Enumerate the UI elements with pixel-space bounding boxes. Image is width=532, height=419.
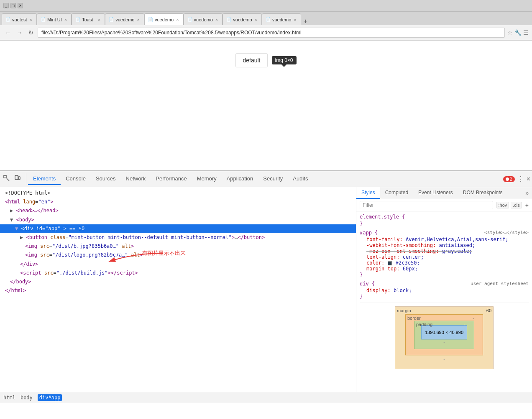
tab-icon: 📄 (266, 17, 271, 22)
tab-close-toast[interactable]: × (97, 17, 101, 22)
tab-icon: 📄 (148, 17, 153, 22)
window-controls: _ □ × (3, 3, 23, 8)
devtools-tab-memory[interactable]: Memory (192, 173, 222, 185)
tooltip-arrow (281, 64, 286, 67)
styles-tab-styles[interactable]: Styles (356, 187, 380, 199)
elements-panel[interactable]: <!DOCTYPE html> <html lang="en"> ▶ <head… (0, 187, 356, 392)
content-size: 1390.690 × 40.990 (425, 330, 463, 335)
filter-cls-button[interactable]: .cls (511, 202, 522, 208)
img-tooltip: img 0×0 (272, 56, 297, 64)
svg-rect-1 (15, 175, 18, 180)
tab-vuedemo1[interactable]: 📄 vuedemo × (105, 13, 144, 25)
styles-tab-event-listeners[interactable]: Event Listeners (413, 187, 458, 199)
breadcrumb-div-app[interactable]: div#app (38, 394, 62, 401)
address-input[interactable] (38, 28, 505, 38)
devtools-tab-sources[interactable]: Sources (91, 173, 121, 185)
device-toolbar-button[interactable] (13, 173, 23, 185)
menu-icon[interactable]: ☰ (523, 29, 529, 36)
tab-close-vuedemo1[interactable]: × (136, 17, 140, 22)
tab-label: vuedemo (155, 17, 174, 22)
devtools-tab-audits[interactable]: Audits (288, 173, 313, 185)
margin-box: margin 60 border - padding - (395, 306, 494, 369)
devtools-more-button[interactable]: ⋮ (517, 175, 524, 183)
padding-val: - (464, 322, 466, 327)
forward-button[interactable]: → (15, 28, 24, 37)
breadcrumb-html[interactable]: html (3, 395, 15, 401)
style-prop-moz-smoothing: -moz-osx-font-smoothing: grayscale; (360, 248, 529, 254)
devtools-tab-network[interactable]: Network (121, 173, 151, 185)
styles-panel: Styles Computed Event Listeners DOM Brea… (356, 187, 532, 392)
browser-chrome: _ □ × 📄 vuetest × 📄 Mint UI × 📄 Toast × … (0, 0, 532, 41)
html-img2-line: <img src="/dist/logo.png?82b9c7a…" alt> (0, 251, 356, 260)
style-prop-color: color: #2c3e50; (360, 260, 529, 266)
svg-rect-2 (18, 177, 20, 180)
devtools-panel: Elements Console Sources Network Perform… (0, 170, 532, 403)
style-rule-header: #app { <style>…</style> (360, 230, 529, 236)
styles-tab-computed[interactable]: Computed (380, 187, 413, 199)
content-box: 1390.690 × 40.990 (421, 325, 467, 339)
tab-close-vuedemo5[interactable]: × (293, 17, 297, 22)
page-button-area: default img 0×0 (235, 53, 296, 67)
devtools-tab-console[interactable]: Console (61, 173, 91, 185)
tab-vuedemo3[interactable]: 📄 vuedemo × (184, 13, 223, 25)
tab-vuetest[interactable]: 📄 vuetest × (2, 13, 37, 25)
tab-mintui[interactable]: 📄 Mint UI × (37, 13, 72, 25)
default-button[interactable]: default (235, 53, 267, 67)
tab-close-vuedemo3[interactable]: × (215, 17, 219, 22)
tab-icon: 📄 (187, 17, 192, 22)
style-rule-div: div { user agent stylesheet display: blo… (360, 281, 529, 299)
new-tab-button[interactable]: + (301, 18, 310, 25)
tab-close-vuedemo4[interactable]: × (254, 17, 258, 22)
tab-close-mintui[interactable]: × (64, 17, 68, 22)
style-selector: element.style { (360, 214, 529, 220)
filter-hov-button[interactable]: :hov (496, 202, 509, 208)
devtools-breadcrumb: html body div#app (0, 392, 532, 403)
devtools-tabs: Elements Console Sources Network Perform… (28, 173, 500, 185)
svg-rect-0 (4, 175, 6, 178)
styles-tab-more[interactable]: » (522, 187, 532, 199)
back-button[interactable]: ← (3, 28, 13, 37)
star-icon[interactable]: ☆ (507, 29, 513, 36)
tab-vuedemo4[interactable]: 📄 vuedemo × (223, 13, 262, 25)
breadcrumb-body[interactable]: body (20, 395, 33, 401)
restore-button[interactable]: □ (10, 3, 16, 8)
devtools-tab-security[interactable]: Security (258, 173, 288, 185)
html-div-close-line: </div> (0, 260, 356, 269)
html-div-app-line[interactable]: ▼ <div id="app" > == $0 (0, 224, 356, 233)
border-box: border - padding - 1390.690 × 40.990 (405, 314, 483, 355)
minimize-button[interactable]: _ (3, 3, 9, 8)
devtools-toolbar: Elements Console Sources Network Perform… (0, 171, 532, 187)
filter-buttons: :hov .cls (496, 202, 522, 208)
style-close-brace-app: } (360, 272, 529, 278)
html-script-line: <script src="./dist/build.js"></script> (0, 269, 356, 278)
tab-label: vuedemo (115, 17, 134, 22)
styles-tab-dom-breakpoints[interactable]: DOM Breakpoints (458, 187, 508, 199)
title-bar: _ □ × (0, 0, 532, 12)
tab-icon: 📄 (75, 17, 80, 22)
tab-close-vuetest[interactable]: × (28, 17, 33, 22)
filter-plus-button[interactable]: + (525, 202, 529, 208)
tab-close-vuedemo2[interactable]: × (175, 17, 179, 22)
extensions-icon[interactable]: 🔧 (514, 29, 522, 36)
img-tooltip-container: img 0×0 (272, 56, 297, 64)
tab-toast[interactable]: 📄 Toast × (72, 13, 105, 25)
inspect-element-button[interactable] (2, 173, 12, 185)
filter-input[interactable] (360, 201, 493, 209)
devtools-tab-performance[interactable]: Performance (151, 173, 192, 185)
html-root-line: <html lang="en"> (0, 198, 356, 206)
tab-vuedemo2[interactable]: 📄 vuedemo × (144, 13, 184, 25)
close-button[interactable]: × (18, 3, 23, 8)
box-model-section: margin 60 border - padding - (360, 303, 529, 373)
padding-bottom-val: - (421, 339, 467, 344)
box-model-container: margin 60 border - padding - (363, 306, 525, 369)
style-selector-div: div { (360, 281, 375, 287)
tab-vuedemo5[interactable]: 📄 vuedemo × (262, 13, 301, 25)
tab-icon: 📄 (41, 17, 46, 22)
devtools-tab-application[interactable]: Application (222, 173, 258, 185)
devtools-close-button[interactable]: × (527, 175, 530, 183)
tab-icon: 📄 (109, 17, 114, 22)
style-prop-margin-top: margin-top: 60px; (360, 266, 529, 272)
reload-button[interactable]: ↻ (27, 28, 35, 37)
style-source-app[interactable]: <style>…</style> (484, 230, 529, 236)
devtools-tab-elements[interactable]: Elements (28, 173, 61, 185)
